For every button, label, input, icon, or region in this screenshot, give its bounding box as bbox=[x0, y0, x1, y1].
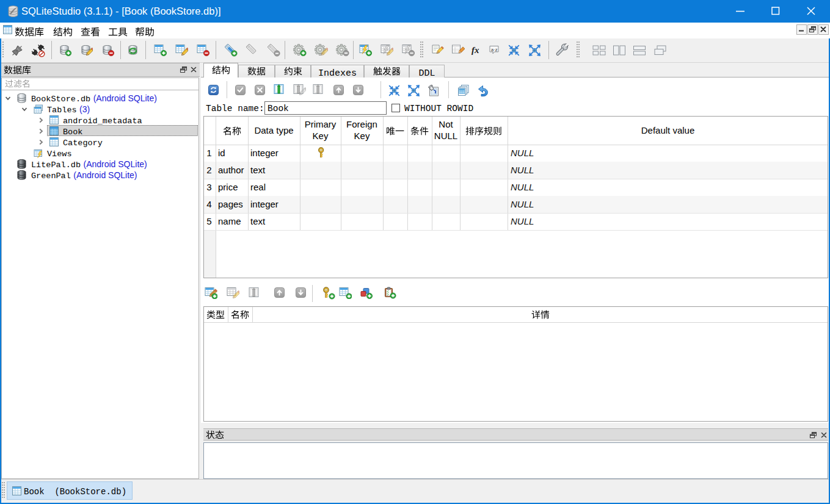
svg-text:fx: fx bbox=[471, 45, 479, 55]
svg-text:a·z: a·z bbox=[491, 47, 498, 52]
